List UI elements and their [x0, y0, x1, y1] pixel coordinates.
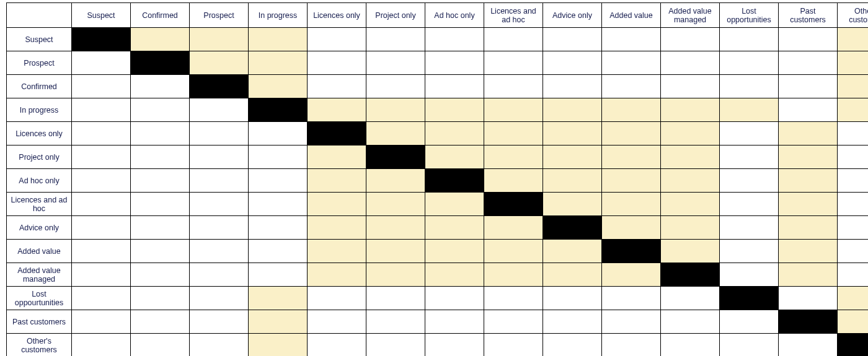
row-header: Ad hoc only [7, 169, 72, 193]
row-header: Licences and ad hoc [7, 193, 72, 216]
matrix-cell [661, 263, 720, 287]
matrix-cell [720, 263, 779, 287]
matrix-cell [484, 28, 543, 51]
matrix-cell [308, 193, 366, 216]
transition-matrix-table: SuspectConfirmedProspectIn progressLicen… [6, 2, 868, 356]
matrix-cell [602, 122, 661, 145]
matrix-cell [131, 51, 190, 75]
matrix-cell [543, 145, 602, 169]
matrix-cell [484, 145, 543, 169]
column-header: Added value managed [661, 3, 720, 28]
matrix-cell [484, 75, 543, 98]
matrix-cell [131, 145, 190, 169]
matrix-cell [131, 193, 190, 216]
matrix-cell [425, 145, 484, 169]
matrix-cell [484, 240, 543, 263]
matrix-cell [425, 193, 484, 216]
matrix-cell [190, 216, 249, 240]
matrix-cell [543, 263, 602, 287]
column-header: Past customers [779, 3, 838, 28]
matrix-cell [72, 263, 131, 287]
matrix-cell [484, 98, 543, 122]
table-row: Added value managed [7, 263, 869, 287]
matrix-cell [190, 310, 249, 334]
matrix-cell [543, 240, 602, 263]
matrix-cell [425, 334, 484, 357]
matrix-cell [72, 334, 131, 357]
matrix-cell [249, 334, 308, 357]
matrix-cell [779, 240, 838, 263]
matrix-cell [366, 98, 425, 122]
matrix-cell [249, 193, 308, 216]
matrix-cell [779, 263, 838, 287]
matrix-cell [308, 310, 366, 334]
matrix-cell [249, 51, 308, 75]
matrix-cell [779, 169, 838, 193]
row-header: Confirmed [7, 75, 72, 98]
matrix-cell [72, 169, 131, 193]
column-header: Licences only [308, 3, 366, 28]
row-header: Suspect [7, 28, 72, 51]
matrix-cell [190, 263, 249, 287]
matrix-cell [72, 287, 131, 310]
matrix-cell [661, 28, 720, 51]
column-header: Confirmed [131, 3, 190, 28]
matrix-cell [72, 216, 131, 240]
matrix-cell [779, 98, 838, 122]
matrix-cell [602, 75, 661, 98]
matrix-cell [720, 169, 779, 193]
matrix-body: SuspectProspectConfirmedIn progressLicen… [7, 28, 869, 357]
matrix-cell [425, 122, 484, 145]
matrix-cell [720, 334, 779, 357]
matrix-cell [779, 75, 838, 98]
matrix-cell [720, 98, 779, 122]
matrix-cell [308, 98, 366, 122]
column-header-row: SuspectConfirmedProspectIn progressLicen… [7, 3, 869, 28]
matrix-cell [484, 334, 543, 357]
row-header: Lost oppourtunities [7, 287, 72, 310]
matrix-cell [779, 28, 838, 51]
matrix-cell [131, 98, 190, 122]
matrix-cell [308, 145, 366, 169]
table-row: Ad hoc only [7, 169, 869, 193]
matrix-cell [366, 310, 425, 334]
matrix-cell [543, 287, 602, 310]
matrix-cell [779, 216, 838, 240]
matrix-cell [543, 334, 602, 357]
matrix-cell [543, 193, 602, 216]
matrix-cell [190, 51, 249, 75]
matrix-cell [249, 240, 308, 263]
matrix-cell [131, 263, 190, 287]
matrix-cell [484, 122, 543, 145]
matrix-cell [366, 145, 425, 169]
matrix-cell [366, 216, 425, 240]
matrix-cell [425, 287, 484, 310]
matrix-cell [720, 122, 779, 145]
matrix-cell [720, 193, 779, 216]
matrix-cell [838, 310, 869, 334]
matrix-cell [543, 28, 602, 51]
column-header: Licences and ad hoc [484, 3, 543, 28]
column-header: Added value [602, 3, 661, 28]
matrix-cell [131, 122, 190, 145]
matrix-cell [425, 98, 484, 122]
table-row: Licences only [7, 122, 869, 145]
matrix-cell [72, 51, 131, 75]
matrix-cell [720, 75, 779, 98]
matrix-cell [543, 51, 602, 75]
row-header: Licences only [7, 122, 72, 145]
matrix-cell [838, 240, 869, 263]
column-header: Project only [366, 3, 425, 28]
row-header: Past customers [7, 310, 72, 334]
matrix-cell [779, 334, 838, 357]
table-row: Added value [7, 240, 869, 263]
matrix-cell [190, 145, 249, 169]
matrix-cell [484, 263, 543, 287]
table-row: Other's customers [7, 334, 869, 357]
matrix-cell [661, 193, 720, 216]
matrix-cell [131, 75, 190, 98]
matrix-cell [720, 28, 779, 51]
matrix-cell [838, 75, 869, 98]
matrix-cell [779, 193, 838, 216]
matrix-cell [838, 193, 869, 216]
